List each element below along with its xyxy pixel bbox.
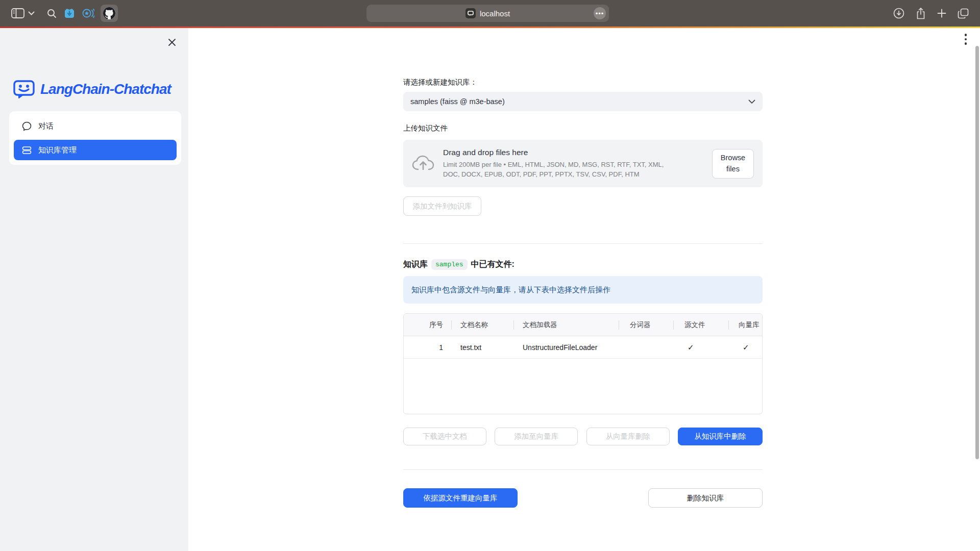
url-text: localhost (480, 9, 510, 18)
delete-from-kb-button[interactable]: 从知识库中删除 (678, 428, 763, 445)
downloads-icon[interactable] (893, 0, 904, 27)
cat-extension-icon[interactable] (64, 0, 75, 27)
scrollbar-thumb[interactable] (975, 46, 979, 459)
waves-extension-icon[interactable] (82, 0, 94, 27)
address-bar[interactable]: localhost ••• (366, 5, 609, 22)
add-to-vectorstore-button[interactable]: 添加至向量库 (495, 428, 578, 445)
file-actions-row: 下载选中文档 添加至向量库 从向量库删除 从知识库中删除 (403, 428, 763, 445)
table-cell: UnstructuredFileLoader (513, 336, 619, 358)
app-logo: LangChain-Chatchat (13, 79, 171, 99)
table-header-cell: 源文件 (673, 314, 728, 336)
files-heading-prefix: 知识库 (403, 259, 428, 270)
sidebar-item-dialogue[interactable]: 对话 (14, 116, 177, 136)
info-banner: 知识库中包含源文件与向量库，请从下表中选择文件后操作 (403, 276, 763, 304)
divider (403, 243, 763, 244)
sidebar: LangChain-Chatchat 对话 知识库管理 (0, 28, 188, 551)
github-extension-icon[interactable] (101, 5, 118, 22)
table-cell: 1 (404, 336, 451, 358)
sidebar-item-knowledge-base[interactable]: 知识库管理 (14, 140, 177, 160)
add-files-button[interactable]: 添加文件到知识库 (403, 196, 481, 216)
delete-kb-button[interactable]: 删除知识库 (648, 488, 763, 508)
dropzone-limit-text: Limit 200MB per file • EML, HTML, JSON, … (443, 160, 665, 180)
chevron-down-icon (748, 99, 755, 104)
kb-select-label: 请选择或新建知识库： (403, 28, 763, 87)
info-banner-text: 知识库中包含源文件与向量库，请从下表中选择文件后操作 (411, 285, 610, 295)
kb-name-code: samples (431, 259, 468, 270)
chevron-down-icon[interactable] (28, 0, 35, 27)
delete-from-vectorstore-button[interactable]: 从向量库删除 (586, 428, 670, 445)
browse-files-button[interactable]: Browse files (712, 149, 754, 179)
table-row[interactable]: 1test.txtUnstructuredFileLoader✓✓ (404, 336, 762, 359)
file-uploader-dropzone[interactable]: Drag and drop files here Limit 200MB per… (403, 140, 763, 187)
cloud-upload-icon (412, 155, 434, 172)
table-header-cell: 分词器 (619, 314, 673, 336)
table-cell (619, 336, 673, 358)
files-table[interactable]: 序号文档名称文档加载器分词器源文件向量库 1test.txtUnstructur… (403, 313, 763, 414)
table-header-cell: 向量库 (728, 314, 762, 336)
table-cell: ✓ (728, 336, 762, 358)
dropzone-title: Drag and drop files here (443, 148, 665, 157)
chat-bubble-logo-icon (13, 79, 35, 99)
table-header-cell: 序号 (404, 314, 451, 336)
kb-selectbox-value: samples (faiss @ m3e-base) (410, 97, 505, 106)
new-tab-icon[interactable] (937, 0, 946, 27)
sidebar-toggle-icon[interactable] (11, 0, 24, 27)
database-icon (22, 145, 32, 155)
sidebar-item-label: 对话 (38, 121, 54, 131)
files-heading-suffix: 中已有文件: (471, 259, 514, 270)
browser-toolbar: localhost ••• (0, 0, 980, 27)
sidebar-nav: 对话 知识库管理 (9, 111, 181, 165)
table-cell: test.txt (451, 336, 513, 358)
app-menu-icon[interactable] (960, 32, 972, 46)
kb-selectbox[interactable]: samples (faiss @ m3e-base) (403, 92, 763, 111)
share-icon[interactable] (916, 0, 926, 27)
main-area: 请选择或新建知识库： samples (faiss @ m3e-base) 上传… (188, 28, 980, 551)
site-favicon (465, 8, 476, 18)
tab-overview-icon[interactable] (958, 0, 969, 27)
sidebar-close-icon[interactable] (165, 35, 179, 49)
files-heading: 知识库 samples 中已有文件: (403, 259, 763, 270)
sidebar-item-label: 知识库管理 (38, 145, 77, 155)
table-body: 1test.txtUnstructuredFileLoader✓✓ (404, 336, 762, 359)
table-header-cell: 文档名称 (451, 314, 513, 336)
divider (403, 469, 763, 470)
kb-actions-row: 依据源文件重建向量库 删除知识库 (403, 488, 763, 508)
table-cell: ✓ (673, 336, 728, 358)
download-selected-button[interactable]: 下载选中文档 (403, 428, 486, 445)
rebuild-vectorstore-button[interactable]: 依据源文件重建向量库 (403, 488, 518, 508)
upload-label: 上传知识文件 (403, 123, 763, 133)
app-logo-text: LangChain-Chatchat (40, 81, 171, 97)
table-header-cell: 文档加载器 (513, 314, 619, 336)
chat-icon (22, 121, 32, 131)
table-header-row: 序号文档名称文档加载器分词器源文件向量库 (404, 314, 762, 336)
page-options-icon[interactable]: ••• (594, 7, 606, 19)
search-icon[interactable] (47, 0, 57, 27)
